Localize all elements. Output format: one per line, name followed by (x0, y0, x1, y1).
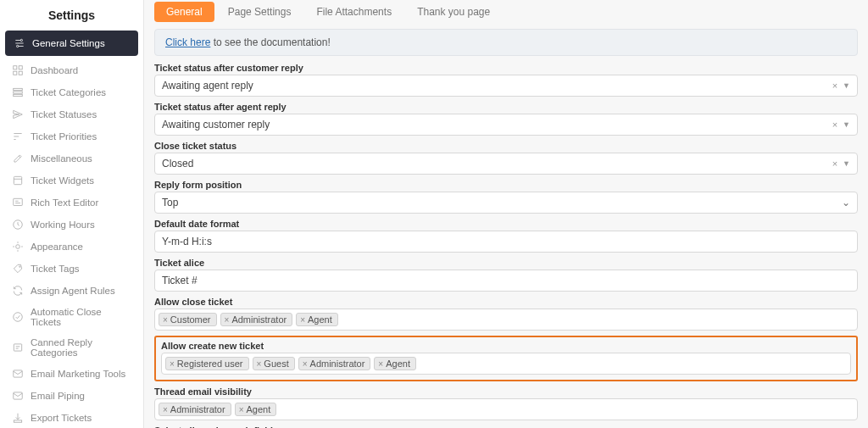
tag-item[interactable]: ×Administrator (159, 403, 231, 416)
sliders-icon (14, 37, 25, 49)
select-status-after-agent[interactable]: Awaiting customer reply × ▼ (154, 114, 858, 136)
tag-remove-icon[interactable]: × (170, 359, 175, 369)
sidebar-item-miscellaneous[interactable]: Miscellaneous (0, 147, 143, 170)
tag-item[interactable]: ×Agent (374, 357, 416, 370)
sidebar-item-ticket-tags[interactable]: Ticket Tags (0, 258, 143, 280)
tab-page-settings[interactable]: Page Settings (216, 2, 303, 22)
clear-icon[interactable]: × (832, 81, 837, 91)
tag-remove-icon[interactable]: × (257, 359, 262, 369)
sidebar-item-appearance[interactable]: Appearance (0, 236, 143, 258)
documentation-link[interactable]: Click here (165, 36, 210, 48)
sidebar-title: Settings (0, 0, 143, 31)
sidebar-item-label: Ticket Widgets (31, 175, 94, 186)
tab-bar: General Page Settings File Attachments T… (154, 0, 858, 29)
check-circle-icon (12, 311, 24, 323)
clear-icon[interactable]: × (832, 158, 837, 169)
tag-item[interactable]: ×Guest (253, 357, 295, 370)
tag-remove-icon[interactable]: × (163, 315, 168, 325)
field-label: Ticket alice (154, 258, 858, 268)
sidebar-item-label: Dashboard (31, 65, 78, 75)
sidebar-item-ticket-categories[interactable]: Ticket Categories (0, 81, 143, 103)
chevron-down-icon[interactable]: ▼ (843, 159, 850, 168)
tag-label: Administrator (231, 314, 287, 325)
tag-label: Administrator (310, 359, 365, 369)
pipe-icon (12, 390, 24, 402)
sidebar-item-email-piping[interactable]: Email Piping (0, 385, 143, 407)
canned-icon (12, 342, 24, 353)
tag-remove-icon[interactable]: × (239, 405, 244, 414)
sidebar-item-canned-reply-categories[interactable]: Canned Reply Categories (0, 332, 143, 363)
sidebar-item-rich-text-editor[interactable]: Rich Text Editor (0, 192, 143, 214)
sidebar-item-working-hours[interactable]: Working Hours (0, 214, 143, 236)
sidebar-item-ticket-widgets[interactable]: Ticket Widgets (0, 170, 143, 192)
sidebar-item-label: General Settings (32, 38, 105, 48)
sidebar-item-assign-agent-rules[interactable]: Assign Agent Rules (0, 280, 143, 302)
input-ticket-alice[interactable] (162, 273, 850, 288)
field-allow-create: Allow create new ticket ×Registered user… (161, 341, 851, 375)
chevron-down-icon[interactable]: ▼ (843, 120, 850, 129)
tag-label: Guest (264, 359, 288, 369)
tag-icon (12, 263, 24, 275)
svg-point-1 (17, 45, 19, 47)
sidebar-item-label: Ticket Priorities (31, 131, 97, 142)
tag-item[interactable]: ×Administrator (220, 313, 293, 326)
tag-item[interactable]: ×Agent (296, 313, 338, 326)
tab-thank-you-page[interactable]: Thank you page (405, 2, 502, 22)
tag-item[interactable]: ×Agent (235, 403, 277, 416)
field-label: Reply form position (154, 180, 858, 190)
sidebar-item-label: Assign Agent Rules (31, 286, 115, 296)
sidebar-item-label: Miscellaneous (31, 153, 92, 164)
sidebar-item-email-marketing-tools[interactable]: Email Marketing Tools (0, 363, 143, 385)
documentation-banner: Click here to see the documentation! (154, 29, 858, 56)
refresh-icon (12, 285, 24, 297)
field-label: Ticket status after agent reply (154, 102, 858, 112)
tag-remove-icon[interactable]: × (300, 315, 305, 325)
chevron-down-icon[interactable]: ⌄ (842, 197, 850, 208)
select-close-status[interactable]: Closed × ▼ (154, 153, 858, 175)
tag-remove-icon[interactable]: × (225, 315, 230, 325)
svg-rect-17 (14, 392, 23, 399)
tag-label: Agent (246, 404, 270, 414)
tag-item[interactable]: ×Administrator (298, 357, 371, 370)
sidebar-item-automatic-close-tickets[interactable]: Automatic Close Tickets (0, 302, 143, 332)
sidebar-item-ticket-statuses[interactable]: Ticket Statuses (0, 103, 143, 125)
tab-general[interactable]: General (154, 2, 214, 22)
field-label: Default date format (154, 219, 858, 229)
priorities-icon (12, 131, 24, 142)
tags-thread-visibility[interactable]: ×Administrator ×Agent (154, 398, 858, 420)
svg-point-12 (16, 245, 20, 249)
chevron-down-icon[interactable]: ▼ (843, 81, 850, 90)
svg-rect-16 (14, 370, 23, 377)
tag-remove-icon[interactable]: × (378, 359, 383, 369)
tags-allow-create[interactable]: ×Registered user ×Guest ×Administrator ×… (161, 353, 851, 375)
select-controls: × ▼ (832, 81, 850, 91)
sidebar-item-general-settings[interactable]: General Settings (5, 31, 138, 56)
tools-icon (12, 153, 24, 164)
tab-file-attachments[interactable]: File Attachments (304, 2, 403, 22)
svg-rect-2 (14, 66, 17, 69)
tag-item[interactable]: ×Customer (159, 313, 217, 326)
tag-remove-icon[interactable]: × (163, 405, 168, 414)
svg-rect-6 (14, 88, 23, 90)
banner-text: to see the documentation! (210, 36, 330, 48)
tag-label: Administrator (170, 404, 225, 414)
sidebar-item-export-tickets[interactable]: Export Tickets (0, 407, 143, 428)
clear-icon[interactable]: × (832, 120, 837, 130)
tags-allow-close[interactable]: ×Customer ×Administrator ×Agent (154, 308, 858, 331)
sidebar-item-dashboard[interactable]: Dashboard (0, 59, 143, 81)
svg-point-14 (14, 313, 23, 322)
select-reply-form-position[interactable]: Top ⌄ (154, 192, 858, 214)
appearance-icon (12, 241, 24, 253)
tag-remove-icon[interactable]: × (303, 359, 308, 369)
sidebar-item-ticket-priorities[interactable]: Ticket Priorities (0, 125, 143, 147)
sidebar-item-label: Automatic Close Tickets (31, 307, 131, 327)
field-allow-close: Allow close ticket ×Customer ×Administra… (154, 297, 858, 331)
widgets-icon (12, 175, 24, 186)
sidebar-item-label: Ticket Categories (31, 87, 106, 97)
svg-rect-8 (14, 94, 23, 96)
tag-item[interactable]: ×Registered user (165, 357, 249, 370)
select-status-after-customer[interactable]: Awaiting agent reply × ▼ (154, 75, 858, 97)
input-default-date-format-wrap (154, 231, 858, 253)
tag-label: Agent (308, 314, 332, 325)
input-default-date-format[interactable] (162, 234, 850, 249)
